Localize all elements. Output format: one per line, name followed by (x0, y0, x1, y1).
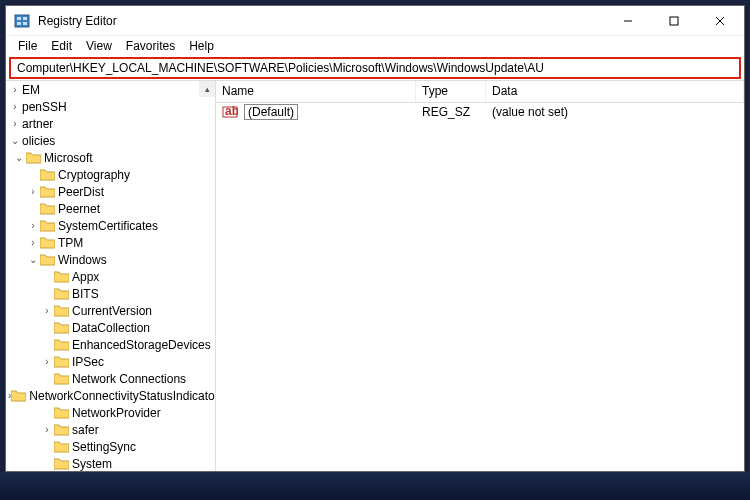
tree-node[interactable]: ⌄Microsoft (6, 149, 215, 166)
menu-help[interactable]: Help (182, 38, 221, 54)
folder-icon (54, 339, 69, 351)
chevron-right-icon[interactable]: › (8, 85, 22, 95)
tree-node[interactable]: ›artner (6, 115, 215, 132)
tree-node[interactable]: ›IPSec (6, 353, 215, 370)
folder-icon (54, 373, 69, 385)
tree-node[interactable]: ›safer (6, 421, 215, 438)
svg-rect-0 (15, 15, 29, 27)
taskbar[interactable] (0, 472, 750, 500)
folder-icon (11, 390, 26, 402)
svg-text:ab: ab (225, 104, 238, 118)
close-button[interactable] (697, 6, 743, 36)
list-header: Name Type Data (216, 81, 744, 103)
titlebar[interactable]: Registry Editor (6, 6, 744, 36)
tree-node[interactable]: BITS (6, 285, 215, 302)
menu-edit[interactable]: Edit (44, 38, 79, 54)
folder-icon (54, 441, 69, 453)
folder-icon (54, 305, 69, 317)
svg-rect-3 (17, 22, 21, 25)
tree-node[interactable]: ›NetworkConnectivityStatusIndicator (6, 387, 215, 404)
tree-node[interactable]: ›penSSH (6, 98, 215, 115)
chevron-right-icon[interactable]: › (26, 187, 40, 197)
menu-file[interactable]: File (11, 38, 44, 54)
tree-node[interactable]: DataCollection (6, 319, 215, 336)
column-name[interactable]: Name (216, 81, 416, 102)
chevron-right-icon[interactable]: › (40, 425, 54, 435)
chevron-right-icon[interactable]: › (40, 306, 54, 316)
folder-icon (54, 271, 69, 283)
chevron-down-icon[interactable]: ⌄ (12, 153, 26, 163)
chevron-right-icon[interactable]: › (26, 221, 40, 231)
folder-icon (40, 220, 55, 232)
folder-icon (54, 458, 69, 470)
tree-node[interactable]: ⌄Windows (6, 251, 215, 268)
tree-node[interactable]: ›PeerDist (6, 183, 215, 200)
tree-node[interactable]: Appx (6, 268, 215, 285)
maximize-button[interactable] (651, 6, 697, 36)
address-bar[interactable]: Computer\HKEY_LOCAL_MACHINE\SOFTWARE\Pol… (9, 57, 741, 79)
folder-icon (26, 152, 41, 164)
key-tree[interactable]: ▴ ›EM ›penSSH ›artner ⌄olicies ⌄Microsof… (6, 81, 216, 471)
folder-icon (54, 424, 69, 436)
folder-icon (54, 356, 69, 368)
address-text: Computer\HKEY_LOCAL_MACHINE\SOFTWARE\Pol… (17, 61, 544, 75)
tree-node[interactable]: ›EM (6, 81, 215, 98)
folder-icon (40, 186, 55, 198)
tree-node[interactable]: ⌄olicies (6, 132, 215, 149)
minimize-button[interactable] (605, 6, 651, 36)
chevron-down-icon[interactable]: ⌄ (8, 136, 22, 146)
menu-view[interactable]: View (79, 38, 119, 54)
column-data[interactable]: Data (486, 81, 744, 102)
scroll-up-icon[interactable]: ▴ (199, 81, 215, 97)
app-icon (14, 13, 30, 29)
registry-editor-window: Registry Editor File Edit View Favorites… (5, 5, 745, 472)
folder-icon (40, 237, 55, 249)
tree-node[interactable]: Peernet (6, 200, 215, 217)
folder-icon (40, 203, 55, 215)
menubar: File Edit View Favorites Help (6, 36, 744, 56)
list-body[interactable]: ab (Default) REG_SZ (value not set) (216, 103, 744, 471)
menu-favorites[interactable]: Favorites (119, 38, 182, 54)
svg-rect-6 (670, 17, 678, 25)
column-type[interactable]: Type (416, 81, 486, 102)
value-type: REG_SZ (416, 105, 486, 119)
chevron-right-icon[interactable]: › (26, 238, 40, 248)
svg-rect-2 (23, 17, 27, 20)
chevron-right-icon[interactable]: › (40, 357, 54, 367)
folder-icon (40, 169, 55, 181)
value-data: (value not set) (486, 105, 744, 119)
folder-icon (40, 254, 55, 266)
svg-rect-1 (17, 17, 21, 20)
window-title: Registry Editor (38, 14, 605, 28)
chevron-right-icon[interactable]: › (8, 102, 22, 112)
content-area: ▴ ›EM ›penSSH ›artner ⌄olicies ⌄Microsof… (6, 80, 744, 471)
value-list: Name Type Data ab (Default) REG_SZ (valu… (216, 81, 744, 471)
tree-node[interactable]: SettingSync (6, 438, 215, 455)
tree-node[interactable]: EnhancedStorageDevices (6, 336, 215, 353)
folder-icon (54, 407, 69, 419)
chevron-right-icon[interactable]: › (8, 119, 22, 129)
tree-node[interactable]: Cryptography (6, 166, 215, 183)
value-row[interactable]: ab (Default) REG_SZ (value not set) (216, 103, 744, 121)
tree-node[interactable]: Network Connections (6, 370, 215, 387)
folder-icon (54, 322, 69, 334)
tree-node[interactable]: System (6, 455, 215, 471)
tree-node[interactable]: ›TPM (6, 234, 215, 251)
svg-rect-4 (23, 22, 27, 25)
tree-node[interactable]: NetworkProvider (6, 404, 215, 421)
value-name: (Default) (244, 104, 298, 120)
folder-icon (54, 288, 69, 300)
tree-node[interactable]: ›CurrentVersion (6, 302, 215, 319)
tree-node[interactable]: ›SystemCertificates (6, 217, 215, 234)
chevron-down-icon[interactable]: ⌄ (26, 255, 40, 265)
string-value-icon: ab (222, 104, 238, 120)
